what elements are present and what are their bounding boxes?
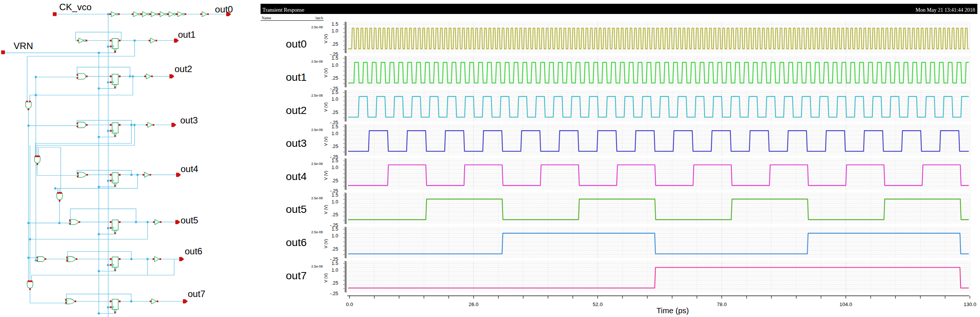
svg-text:out4: out4 (181, 164, 198, 174)
svg-text:out7: out7 (188, 289, 205, 299)
svg-text:26.0: 26.0 (469, 301, 479, 307)
svg-text:out2: out2 (175, 64, 192, 74)
svg-text:out1: out1 (286, 71, 307, 83)
svg-text:Transient Response: Transient Response (262, 7, 304, 13)
svg-text:0.0: 0.0 (346, 301, 353, 307)
svg-text:Time (ps): Time (ps) (657, 306, 689, 315)
svg-text:out5: out5 (286, 203, 307, 215)
svg-text:VRN: VRN (14, 41, 33, 51)
svg-text:out2: out2 (286, 104, 307, 116)
svg-text:out5: out5 (181, 215, 198, 225)
svg-text:out7: out7 (286, 269, 307, 282)
svg-text:out4: out4 (286, 170, 307, 182)
svg-text:130.0: 130.0 (963, 301, 976, 307)
svg-text:out1: out1 (178, 29, 196, 40)
svg-text:out6: out6 (286, 236, 307, 249)
svg-text:52.0: 52.0 (593, 301, 603, 307)
svg-text:78.0: 78.0 (717, 301, 727, 307)
svg-text:out0: out0 (215, 4, 233, 14)
svg-text:CK_vco: CK_vco (59, 2, 92, 12)
svg-text:Name: Name (262, 16, 271, 20)
svg-text:out3: out3 (180, 115, 198, 125)
svg-text:out0: out0 (286, 38, 307, 50)
svg-text:Mon May 21 13:41:44 2018: Mon May 21 13:41:44 2018 (916, 7, 975, 13)
svg-text:out3: out3 (286, 137, 307, 149)
svg-text:104.0: 104.0 (839, 301, 852, 307)
svg-text:latch: latch (316, 16, 323, 20)
svg-text:out6: out6 (185, 246, 202, 256)
